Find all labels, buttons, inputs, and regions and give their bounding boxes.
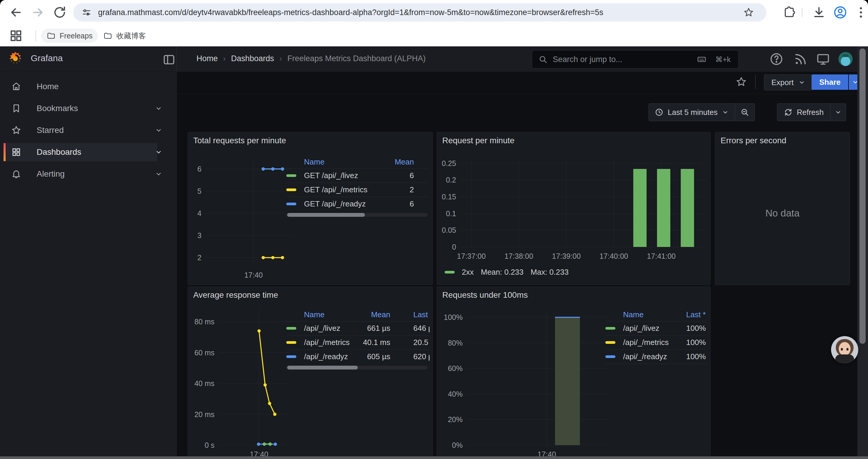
legend-row[interactable]: /api/_/livez 100%	[606, 321, 706, 335]
sidebar-item-dashboards[interactable]: Dashboards	[4, 143, 157, 161]
svg-text:20%: 20%	[448, 415, 463, 424]
apps-grid-icon[interactable]	[9, 29, 23, 43]
bookmark-star-icon[interactable]	[743, 7, 754, 18]
legend[interactable]: 2xx Mean: 0.233 Max: 0.233	[445, 268, 569, 277]
breadcrumb-dashboards[interactable]: Dashboards	[231, 54, 274, 63]
svg-text:6: 6	[197, 165, 202, 173]
panel-title: Errors per second	[720, 136, 786, 145]
series-swatch	[606, 341, 615, 344]
url-bar[interactable]: grafana.mathmast.com/d/deytv4rwavabkb/fr…	[73, 3, 766, 22]
svg-text:4: 4	[197, 209, 202, 218]
legend-header-last[interactable]: Last *	[413, 310, 430, 319]
forward-icon[interactable]	[31, 5, 45, 20]
screen: grafana.mathmast.com/d/deytv4rwavabkb/fr…	[0, 0, 868, 459]
sidebar-item-bookmarks[interactable]: Bookmarks	[4, 99, 157, 118]
svg-text:0.1: 0.1	[446, 209, 456, 218]
legend-row[interactable]: /api/_/livez 661 µs 646 µs	[286, 321, 430, 335]
sidebar: Home Bookmarks Starred Dashboards Alerti…	[0, 72, 177, 459]
chevron-down-icon[interactable]	[155, 126, 162, 134]
share-button[interactable]: Share	[812, 74, 848, 90]
floating-assistant-avatar[interactable]	[831, 336, 858, 363]
site-settings-icon[interactable]	[82, 7, 92, 18]
svg-text:60%: 60%	[448, 364, 463, 372]
panel-avg-response-time[interactable]: Average response time 80 ms60 ms40 ms20 …	[188, 287, 433, 459]
monitor-icon[interactable]	[816, 52, 830, 66]
zoom-out-icon	[740, 108, 749, 117]
svg-text:17:40: 17:40	[244, 271, 263, 279]
profile-icon[interactable]	[833, 5, 847, 20]
search-input[interactable]: Search or jump to... ⌘+k	[532, 50, 739, 68]
legend-row[interactable]: GET /api/_/metrics 2	[286, 183, 428, 197]
legend-table: Name Last * /api/_/livez 100% /api/_/met…	[606, 308, 706, 364]
bookmark-icon	[11, 103, 21, 113]
svg-text:3: 3	[197, 231, 202, 239]
download-icon[interactable]	[812, 5, 826, 20]
news-rss-icon[interactable]	[794, 52, 808, 66]
legend-header-mean[interactable]: Mean	[351, 310, 390, 319]
legend-row[interactable]: /api/_/readyz 605 µs 620 µs	[286, 350, 430, 364]
legend-row[interactable]: /api/_/metrics 100%	[606, 335, 706, 350]
legend-header-name[interactable]: Name	[304, 157, 378, 167]
svg-text:17:37:00: 17:37:00	[457, 252, 486, 260]
bookmark-folder-freeleaps[interactable]: Freeleaps	[41, 29, 98, 43]
legend-row[interactable]: /api/_/metrics 40.1 ms 20.5 ms	[286, 335, 430, 350]
zoom-out-button[interactable]	[735, 108, 754, 117]
time-range-picker[interactable]: Last 5 minutes	[649, 108, 735, 117]
legend-row[interactable]: /api/_/readyz 100%	[606, 350, 706, 364]
series-swatch	[286, 203, 296, 205]
breadcrumb: Home›Dashboards›Freeleaps Metrics Dashbo…	[196, 54, 426, 63]
panel-errors-per-second[interactable]: Errors per second No data	[715, 132, 850, 285]
browser-menu-icon[interactable]	[854, 5, 868, 20]
chevron-down-icon	[798, 79, 805, 86]
legend-hscrollbar[interactable]	[286, 366, 428, 369]
bookmark-folder-blogs[interactable]: 收藏博客	[98, 29, 151, 43]
active-accent-bar	[4, 143, 6, 161]
url-text: grafana.mathmast.com/d/deytv4rwavabkb/fr…	[98, 8, 603, 17]
back-icon[interactable]	[9, 5, 23, 20]
timeseries-chart: 6543217:40	[191, 147, 294, 284]
dock-menu-icon[interactable]	[162, 53, 176, 67]
panel-request-per-minute[interactable]: Request per minute 0.250.20.150.10.05017…	[437, 132, 711, 285]
sidebar-item-alerting[interactable]: Alerting	[4, 165, 157, 183]
svg-text:17:41:00: 17:41:00	[647, 252, 676, 260]
search-shortcut: ⌘+k	[715, 55, 731, 64]
legend-row[interactable]: GET /api/_/readyz 6	[286, 197, 428, 211]
vertical-scrollbar-thumb[interactable]	[860, 48, 866, 344]
user-avatar[interactable]	[838, 52, 852, 66]
legend-header-mean[interactable]: Mean	[378, 157, 414, 167]
svg-text:40 ms: 40 ms	[194, 379, 215, 388]
series-swatch	[286, 355, 296, 358]
chevron-down-icon[interactable]	[155, 170, 162, 178]
sidebar-item-home[interactable]: Home	[4, 77, 157, 96]
share-split-button: Share	[812, 74, 862, 90]
folder-icon	[103, 31, 112, 40]
chevron-down-icon[interactable]	[155, 148, 162, 156]
refresh-button[interactable]: Refresh	[777, 108, 830, 117]
bookmark-label: Freeleaps	[60, 32, 92, 40]
horizontal-scrollbar[interactable]	[0, 456, 868, 459]
favorite-star-icon[interactable]	[736, 76, 747, 88]
grafana-logo[interactable]	[8, 51, 23, 66]
help-icon[interactable]	[769, 52, 783, 66]
panel-title: Request per minute	[442, 136, 514, 145]
export-button[interactable]: Export	[764, 74, 813, 90]
breadcrumb-home[interactable]: Home	[196, 54, 218, 63]
legend-header-last[interactable]: Last *	[673, 310, 706, 319]
refresh-interval-button[interactable]	[831, 109, 846, 116]
sidebar-item-starred[interactable]: Starred	[4, 121, 157, 139]
legend-row[interactable]: GET /api/_/livez 6	[286, 168, 428, 183]
panel-requests-under-100ms[interactable]: Requests under 100ms 100%80%60%40%20%0%1…	[437, 287, 711, 459]
reload-icon[interactable]	[53, 5, 67, 20]
vertical-scrollbar[interactable]	[857, 46, 868, 459]
legend-header-name[interactable]: Name	[304, 310, 351, 319]
series-swatch	[606, 355, 615, 358]
svg-text:60 ms: 60 ms	[194, 349, 215, 357]
series-swatch	[286, 174, 296, 177]
legend-hscrollbar[interactable]	[286, 213, 428, 217]
panel-total-requests[interactable]: Total requests per minute 6543217:40 Nam…	[188, 132, 433, 285]
extensions-icon[interactable]	[782, 5, 797, 20]
chevron-down-icon[interactable]	[155, 104, 162, 112]
svg-text:20 ms: 20 ms	[194, 410, 215, 419]
legend-header-name[interactable]: Name	[623, 310, 673, 319]
bell-icon	[11, 169, 21, 179]
